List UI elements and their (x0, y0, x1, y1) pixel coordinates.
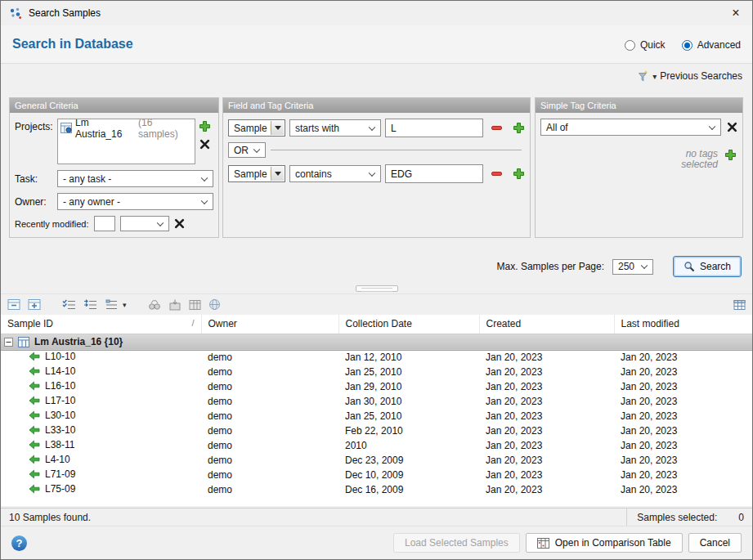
column-header-collection-date[interactable]: Collection Date (338, 315, 479, 334)
table-row[interactable]: L38-11 demo 2010 Jan 20, 2023 Jan 20, 20… (1, 438, 752, 453)
cell-collection-date: Feb 22, 2010 (338, 423, 479, 438)
cell-last-modified: Jan 20, 2023 (614, 482, 752, 497)
owner-value: - any owner - (63, 196, 120, 208)
recently-modified-value-input[interactable] (94, 216, 115, 231)
cell-created: Jan 20, 2023 (479, 468, 614, 482)
cell-owner: demo (201, 468, 338, 482)
cancel-button[interactable]: Cancel (688, 533, 742, 553)
close-icon[interactable]: × (719, 1, 752, 25)
table-row[interactable]: L16-10 demo Jan 29, 2010 Jan 20, 2023 Ja… (1, 379, 752, 394)
clear-tags-icon[interactable] (727, 122, 737, 132)
recently-modified-label: Recently modified: (15, 219, 89, 229)
projects-listbox[interactable]: Lm Austria_16 (16 samples) (57, 119, 195, 164)
column-header-sample-id[interactable]: / Sample ID (1, 315, 201, 334)
operator-value: contains (295, 168, 332, 180)
cell-owner: demo (201, 350, 338, 365)
load-selected-samples-label: Load Selected Samples (405, 537, 509, 549)
radio-unselected-icon (625, 40, 635, 51)
project-item[interactable]: Lm Austria_16 (16 samples) (61, 121, 192, 135)
group-label: Lm Austria_16 {10} (34, 336, 123, 347)
task-select[interactable]: - any task - (57, 170, 213, 187)
table-row[interactable]: L30-10 demo Jan 25, 2010 Jan 20, 2023 Ja… (1, 409, 752, 423)
collapse-expander-icon[interactable] (4, 338, 13, 347)
table-row[interactable]: L71-09 demo Dec 10, 2009 Jan 20, 2023 Ja… (1, 468, 752, 482)
export-table-icon (189, 299, 201, 311)
sample-arrow-icon (29, 352, 40, 361)
column-header-owner[interactable]: Owner (201, 315, 338, 334)
import-icon (168, 299, 182, 311)
list-options-icon[interactable] (105, 299, 119, 311)
sample-id: L71-09 (45, 468, 75, 480)
add-project-icon[interactable] (199, 120, 211, 132)
chevron-down-icon (709, 123, 715, 129)
mode-advanced-radio[interactable]: Advanced (682, 39, 741, 51)
table-row[interactable]: L10-10 demo Jan 12, 2010 Jan 20, 2023 Ja… (1, 350, 752, 365)
cell-last-modified: Jan 20, 2023 (614, 423, 752, 438)
previous-searches-button[interactable]: ▾ Previous Searches (636, 69, 742, 83)
splitter-handle[interactable] (356, 285, 398, 292)
app-logo-icon (9, 7, 22, 20)
group-row[interactable]: Lm Austria_16 {10} (1, 334, 752, 350)
load-selected-samples-button[interactable]: Load Selected Samples (393, 533, 520, 553)
clear-recently-modified-icon[interactable] (174, 218, 185, 229)
criteria-value-input-2[interactable] (385, 164, 483, 183)
column-header-created[interactable]: Created (479, 315, 614, 334)
max-samples-select[interactable]: 250 (612, 259, 653, 275)
mode-advanced-label: Advanced (697, 39, 741, 51)
search-samples-dialog: Search Samples × Search in Database Quic… (0, 0, 753, 560)
sample-arrow-icon (29, 366, 40, 376)
tag-mode-select[interactable]: All of (540, 119, 721, 136)
cell-last-modified: Jan 20, 2023 (614, 409, 752, 423)
simple-tag-criteria-group: Simple Tag Criteria All of no tags selec… (535, 97, 743, 238)
sample-arrow-icon (29, 455, 40, 464)
selection-list-icon[interactable] (83, 299, 97, 311)
cell-created: Jan 20, 2023 (479, 453, 614, 468)
previous-searches-icon (636, 69, 649, 83)
mode-quick-radio[interactable]: Quick (625, 39, 666, 51)
general-criteria-group: General Criteria Projects: (9, 97, 219, 238)
add-criterion-icon-2[interactable] (513, 168, 525, 180)
join-operator-select[interactable]: OR (228, 142, 266, 158)
add-criterion-icon-1[interactable] (513, 122, 525, 134)
cell-last-modified: Jan 20, 2023 (614, 468, 752, 482)
expand-all-icon[interactable] (28, 298, 41, 311)
cell-created: Jan 20, 2023 (479, 365, 614, 379)
operator-select-1[interactable]: starts with (289, 119, 381, 137)
max-samples-value: 250 (618, 261, 634, 272)
remove-criterion-icon-2[interactable] (491, 168, 503, 180)
recently-modified-unit-select[interactable] (120, 216, 169, 231)
field-select-1[interactable]: Sample ID (228, 119, 285, 137)
column-header-last-modified[interactable]: Last modified (614, 315, 752, 334)
table-row[interactable]: L75-09 demo Dec 16, 2009 Jan 20, 2023 Ja… (1, 482, 752, 497)
table-row[interactable]: L33-10 demo Feb 22, 2010 Jan 20, 2023 Ja… (1, 423, 752, 438)
collapse-all-icon[interactable] (7, 298, 20, 311)
add-tag-icon[interactable] (724, 149, 737, 161)
cell-collection-date: Jan 12, 2010 (338, 350, 479, 365)
mode-quick-label: Quick (640, 39, 666, 51)
table-row[interactable]: L14-10 demo Jan 25, 2010 Jan 20, 2023 Ja… (1, 365, 752, 379)
samples-selected-value: 0 (738, 512, 744, 523)
owner-select[interactable]: - any owner - (57, 193, 213, 210)
search-button[interactable]: Search (673, 256, 742, 277)
web-icon (208, 298, 221, 311)
cell-owner: demo (201, 394, 338, 409)
table-row[interactable]: L17-10 demo Jan 30, 2010 Jan 20, 2023 Ja… (1, 394, 752, 409)
column-properties-icon[interactable] (733, 299, 746, 311)
table-row[interactable]: L4-10 demo Dec 23, 2009 Jan 20, 2023 Jan… (1, 453, 752, 468)
field-select-2[interactable]: Sample ID (228, 165, 285, 182)
open-comparison-table-button[interactable]: Open in Comparison Table (526, 533, 683, 553)
page-title: Search in Database (12, 37, 133, 52)
join-operator-value: OR (234, 145, 249, 156)
help-icon[interactable]: ? (11, 535, 27, 551)
cell-collection-date: Jan 25, 2010 (338, 365, 479, 379)
remove-criterion-icon-1[interactable] (491, 122, 503, 134)
criteria-value-input-1[interactable] (385, 119, 483, 137)
list-options-caret-icon[interactable]: ▾ (123, 301, 127, 309)
check-list-icon[interactable] (62, 299, 76, 311)
clear-projects-icon[interactable] (199, 139, 210, 150)
cell-collection-date: Jan 25, 2010 (338, 409, 479, 423)
status-bar: 10 Samples found. Samples selected: 0 (1, 508, 752, 526)
sample-id: L33-10 (45, 424, 75, 436)
cell-owner: demo (201, 438, 338, 453)
operator-select-2[interactable]: contains (289, 165, 381, 182)
